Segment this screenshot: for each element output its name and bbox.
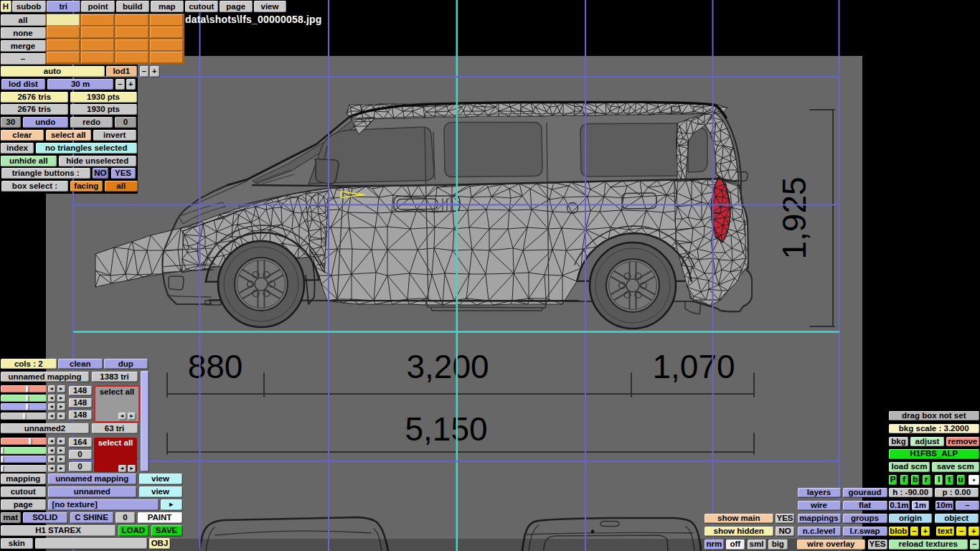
svg-text:880: 880 bbox=[188, 348, 243, 385]
svg-text:3,200: 3,200 bbox=[406, 348, 489, 385]
svg-text:1,070: 1,070 bbox=[652, 348, 735, 385]
svg-text:1,925: 1,925 bbox=[776, 176, 813, 259]
svg-text:5,150: 5,150 bbox=[405, 410, 487, 448]
